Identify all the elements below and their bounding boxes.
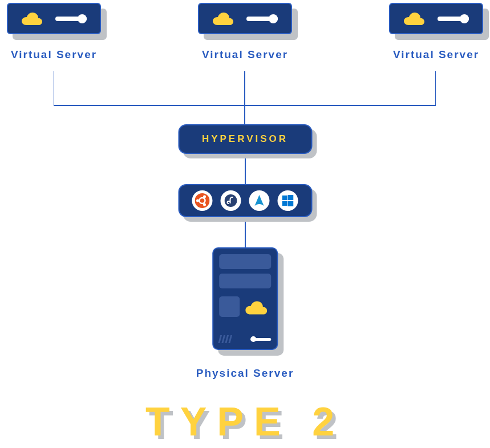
- drive-bay: [219, 274, 271, 288]
- cloud-icon: [245, 301, 267, 315]
- svg-rect-7: [288, 195, 294, 200]
- virtual-server-box: [7, 3, 101, 34]
- switch-icon: [250, 336, 271, 342]
- vent-icon: [219, 335, 231, 343]
- windows-icon: [278, 190, 298, 211]
- fedora-icon: [221, 190, 241, 211]
- hypervisor: HYPERVISOR: [178, 124, 312, 154]
- svg-rect-8: [282, 201, 287, 206]
- switch-icon: [55, 15, 87, 23]
- panel-square: [219, 296, 240, 317]
- switch-icon: [438, 15, 469, 23]
- virtual-server-label: Virtual Server: [393, 48, 479, 61]
- virtual-server-box: [389, 3, 483, 34]
- physical-server: Physical Server: [196, 247, 294, 380]
- svg-point-2: [196, 199, 199, 202]
- svg-point-4: [203, 203, 206, 206]
- svg-rect-9: [288, 201, 294, 206]
- connector-line: [245, 158, 246, 184]
- virtual-server-label: Virtual Server: [202, 48, 288, 61]
- ubuntu-icon: [192, 190, 213, 211]
- server-tower: [212, 247, 278, 350]
- connector-line: [245, 222, 246, 247]
- physical-server-label: Physical Server: [196, 367, 294, 380]
- virtual-servers-row: Virtual Server Virtual Server Virtual Se…: [0, 3, 490, 61]
- arch-icon: [249, 190, 270, 211]
- switch-icon: [246, 15, 278, 23]
- virtual-server-1: Virtual Server: [7, 3, 101, 61]
- svg-rect-6: [282, 196, 287, 200]
- drive-bay: [219, 254, 271, 269]
- virtual-server-box: [198, 3, 292, 34]
- cloud-icon: [213, 13, 233, 25]
- hypervisor-label: HYPERVISOR: [202, 133, 288, 145]
- virtual-server-label: Virtual Server: [11, 48, 97, 61]
- svg-point-3: [203, 196, 206, 198]
- cloud-icon: [22, 13, 42, 25]
- cloud-icon: [404, 13, 424, 25]
- os-layer: [178, 184, 312, 217]
- virtual-server-2: Virtual Server: [198, 3, 292, 61]
- diagram-title: TYPE 2 TYPE 2: [145, 399, 345, 445]
- connector-bracket: [54, 71, 436, 125]
- virtual-server-3: Virtual Server: [389, 3, 483, 61]
